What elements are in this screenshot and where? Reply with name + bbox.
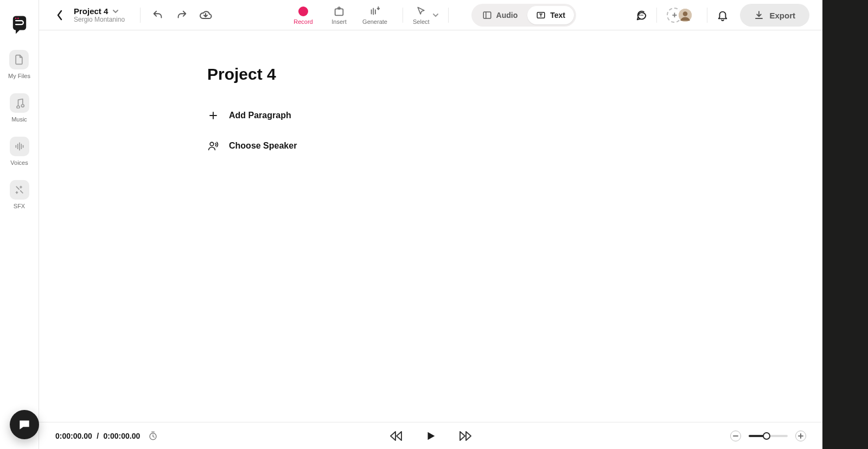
panel-icon: [482, 10, 492, 20]
divider: [656, 8, 657, 23]
time-separator: /: [97, 432, 99, 440]
music-icon: [10, 93, 29, 113]
divider: [403, 8, 403, 23]
generate-button[interactable]: Generate: [357, 5, 393, 25]
project-title: Project 4: [74, 7, 108, 16]
choose-speaker-label: Choose Speaker: [229, 141, 297, 151]
playhead-time: 0:00:00.00 / 0:00:00.00: [55, 431, 140, 441]
sidebar-item-label: Voices: [10, 159, 28, 166]
waveform-icon: [10, 137, 29, 156]
mode-text-label: Text: [550, 11, 565, 20]
svg-point-21: [641, 15, 642, 16]
undo-button[interactable]: [150, 8, 165, 23]
rewind-button[interactable]: [389, 429, 403, 443]
record-button[interactable]: Record: [285, 5, 321, 25]
center-actions: Record Insert Generate Select: [285, 0, 576, 30]
svg-line-8: [20, 191, 22, 193]
window-edge-strip: [822, 0, 868, 449]
sidebar-item-sfx[interactable]: SFX: [10, 180, 29, 209]
top-right-controls: + Export: [634, 0, 809, 30]
zoom-controls: [730, 431, 806, 441]
divider: [140, 8, 141, 23]
project-title-block: Project 4 Sergio Montanino: [74, 7, 125, 23]
insert-button[interactable]: Insert: [321, 5, 357, 25]
sidebar-item-label: Music: [11, 116, 27, 123]
add-paragraph-label: Add Paragraph: [229, 111, 291, 120]
mode-text[interactable]: Text: [527, 6, 574, 24]
svg-point-20: [640, 15, 641, 16]
svg-rect-17: [483, 12, 491, 18]
select-tool[interactable]: Select: [413, 5, 438, 25]
generate-icon: [369, 5, 381, 17]
svg-point-0: [15, 18, 16, 20]
comments-button[interactable]: [634, 8, 649, 23]
zoom-thumb[interactable]: [763, 432, 770, 440]
mode-toggle: Audio Text: [471, 4, 576, 27]
time-current: 0:00:00.00: [55, 432, 92, 440]
collaborators: +: [671, 8, 693, 23]
insert-icon: [333, 5, 345, 17]
help-chat-button[interactable]: [10, 410, 39, 439]
mode-audio[interactable]: Audio: [474, 6, 527, 24]
user-avatar[interactable]: [678, 8, 693, 23]
divider: [448, 8, 449, 23]
sidebar-item-my-files[interactable]: My Files: [8, 50, 30, 79]
zoom-out-button[interactable]: [730, 431, 741, 441]
timer-mode-button[interactable]: [148, 431, 158, 441]
export-button[interactable]: Export: [740, 4, 809, 27]
svg-point-22: [642, 15, 643, 16]
generate-label: Generate: [362, 18, 387, 25]
svg-point-24: [683, 11, 688, 16]
record-dot-icon: [298, 7, 308, 16]
top-bar: Project 4 Sergio Montanino Record Insert: [39, 0, 822, 30]
sidebar-item-music[interactable]: Music: [10, 93, 29, 123]
record-label: Record: [293, 18, 312, 25]
redo-button[interactable]: [174, 8, 189, 23]
divider: [707, 8, 707, 23]
export-label: Export: [769, 11, 795, 20]
page-title[interactable]: Project 4: [207, 65, 822, 84]
sparkle-icon: [10, 180, 29, 200]
speaker-person-icon: [207, 140, 219, 152]
chevron-down-icon: [112, 9, 119, 14]
zoom-slider[interactable]: [749, 435, 788, 437]
cloud-sync-button[interactable]: [198, 8, 213, 23]
forward-button[interactable]: [458, 429, 473, 443]
svg-point-1: [17, 18, 19, 20]
zoom-in-button[interactable]: [795, 431, 806, 441]
add-paragraph-button[interactable]: Add Paragraph: [207, 105, 822, 126]
cursor-icon: [416, 5, 426, 17]
svg-line-7: [16, 187, 19, 189]
mode-audio-label: Audio: [496, 11, 518, 20]
sidebar-item-voices[interactable]: Voices: [10, 137, 29, 166]
left-rail: My Files Music Voices SFX: [0, 0, 39, 449]
project-title-dropdown[interactable]: Project 4: [74, 7, 125, 16]
svg-point-25: [210, 142, 214, 146]
choose-speaker-button[interactable]: Choose Speaker: [207, 136, 822, 156]
transport-controls: [389, 429, 473, 443]
file-icon: [9, 50, 29, 69]
sidebar-item-label: SFX: [14, 203, 25, 209]
sidebar-item-label: My Files: [8, 73, 30, 79]
main-canvas: Project 4 Add Paragraph Choose Speaker: [39, 30, 822, 422]
transport-bar: 0:00:00.00 / 0:00:00.00: [39, 422, 822, 449]
time-total: 0:00:00.00: [104, 432, 141, 440]
text-cursor-icon: [536, 10, 546, 20]
plus-icon: [207, 110, 219, 121]
project-author: Sergio Montanino: [74, 16, 125, 23]
back-button[interactable]: [52, 8, 67, 23]
select-label: Select: [413, 18, 430, 25]
chevron-down-icon: [433, 14, 438, 17]
notifications-button[interactable]: [715, 8, 730, 23]
download-icon: [754, 10, 764, 20]
insert-label: Insert: [331, 18, 347, 25]
play-button[interactable]: [424, 429, 438, 443]
app-logo[interactable]: [10, 14, 29, 36]
